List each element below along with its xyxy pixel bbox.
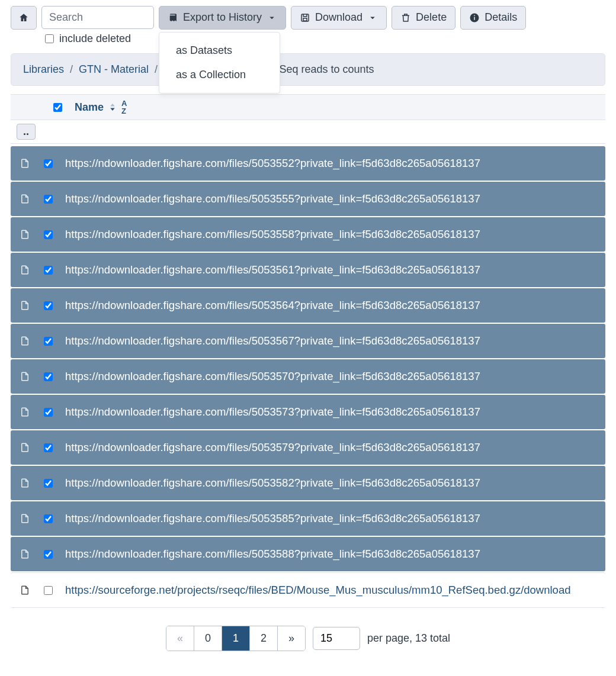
- row-link[interactable]: https://ndownloader.figshare.com/files/5…: [65, 441, 597, 454]
- export-as-datasets[interactable]: as Datasets: [159, 38, 280, 63]
- download-button[interactable]: Download: [291, 6, 387, 30]
- row-checkbox[interactable]: [44, 408, 53, 417]
- file-icon: [19, 407, 31, 417]
- page-group: «012»: [166, 626, 306, 651]
- include-deleted-checkbox[interactable]: [45, 34, 54, 43]
- breadcrumb-separator: /: [155, 63, 158, 76]
- page-prev-button[interactable]: «: [166, 626, 194, 651]
- file-icon: [19, 585, 31, 595]
- table-row[interactable]: https://ndownloader.figshare.com/files/5…: [11, 537, 605, 571]
- row-link[interactable]: https://ndownloader.figshare.com/files/5…: [65, 548, 597, 561]
- page-number-button[interactable]: 0: [194, 626, 222, 651]
- file-icon: [19, 229, 31, 240]
- breadcrumb-link[interactable]: Libraries: [23, 63, 64, 76]
- table-header: Name AZ: [11, 94, 605, 120]
- per-page-input[interactable]: [313, 627, 360, 650]
- file-icon: [19, 336, 31, 346]
- table-row[interactable]: https://ndownloader.figshare.com/files/5…: [11, 466, 605, 500]
- row-checkbox[interactable]: [44, 514, 53, 523]
- row-checkbox[interactable]: [44, 266, 53, 275]
- table-row[interactable]: https://ndownloader.figshare.com/files/5…: [11, 395, 605, 429]
- info-icon: [469, 12, 480, 23]
- file-icon: [19, 265, 31, 275]
- file-icon: [19, 300, 31, 311]
- caret-down-icon: [267, 12, 277, 23]
- parent-folder-button[interactable]: ..: [17, 124, 36, 140]
- export-as-collection[interactable]: as a Collection: [159, 63, 280, 87]
- row-link[interactable]: https://ndownloader.figshare.com/files/5…: [65, 157, 597, 170]
- include-deleted-text: include deleted: [59, 33, 131, 45]
- table-row[interactable]: https://sourceforge.net/projects/rseqc/f…: [11, 572, 605, 608]
- delete-button[interactable]: Delete: [392, 6, 455, 30]
- file-table: Name AZ .. https://ndownloader.figshare.…: [11, 94, 605, 609]
- file-icon: [19, 442, 31, 453]
- breadcrumb: Libraries/GTN - Material/Transcriptomics…: [11, 53, 605, 86]
- row-checkbox[interactable]: [44, 479, 53, 488]
- row-link[interactable]: https://ndownloader.figshare.com/files/5…: [65, 405, 597, 419]
- row-checkbox[interactable]: [44, 301, 53, 310]
- name-column-header[interactable]: Name AZ: [75, 99, 126, 115]
- breadcrumb-link[interactable]: GTN - Material: [79, 63, 149, 76]
- caret-down-icon: [367, 12, 378, 23]
- row-checkbox[interactable]: [44, 550, 53, 559]
- row-checkbox[interactable]: [44, 443, 53, 452]
- table-body: https://ndownloader.figshare.com/files/5…: [11, 146, 605, 609]
- book-icon: [168, 12, 178, 23]
- page-number-button[interactable]: 2: [250, 626, 278, 651]
- svg-rect-3: [474, 17, 475, 20]
- delete-label: Delete: [416, 11, 447, 24]
- table-row[interactable]: https://ndownloader.figshare.com/files/5…: [11, 501, 605, 536]
- file-icon: [19, 158, 31, 169]
- table-row[interactable]: https://ndownloader.figshare.com/files/5…: [11, 217, 605, 252]
- row-link[interactable]: https://ndownloader.figshare.com/files/5…: [65, 370, 597, 383]
- svg-rect-1: [303, 18, 307, 21]
- row-link[interactable]: https://ndownloader.figshare.com/files/5…: [65, 192, 597, 205]
- row-link[interactable]: https://ndownloader.figshare.com/files/5…: [65, 299, 597, 312]
- row-checkbox[interactable]: [44, 195, 53, 204]
- file-icon: [19, 478, 31, 488]
- trash-icon: [400, 12, 411, 23]
- file-icon: [19, 194, 31, 204]
- table-row[interactable]: https://ndownloader.figshare.com/files/5…: [11, 430, 605, 465]
- row-checkbox[interactable]: [44, 159, 53, 168]
- row-link[interactable]: https://ndownloader.figshare.com/files/5…: [65, 512, 597, 525]
- row-link[interactable]: https://ndownloader.figshare.com/files/5…: [65, 263, 597, 276]
- row-checkbox[interactable]: [44, 586, 53, 595]
- download-label: Download: [315, 11, 362, 24]
- export-to-history-button[interactable]: Export to History: [159, 6, 286, 30]
- search-input[interactable]: [41, 6, 154, 29]
- table-row[interactable]: https://ndownloader.figshare.com/files/5…: [11, 359, 605, 394]
- home-icon: [18, 12, 29, 23]
- home-button[interactable]: [11, 6, 37, 30]
- table-row[interactable]: https://ndownloader.figshare.com/files/5…: [11, 324, 605, 358]
- page-number-button[interactable]: 1: [222, 626, 250, 651]
- save-icon: [300, 12, 310, 23]
- table-row[interactable]: https://ndownloader.figshare.com/files/5…: [11, 288, 605, 323]
- sort-az-icon: AZ: [121, 99, 126, 115]
- pagination-summary: per page, 13 total: [367, 632, 450, 645]
- svg-rect-4: [474, 15, 475, 16]
- table-row[interactable]: https://ndownloader.figshare.com/files/5…: [11, 253, 605, 287]
- row-link[interactable]: https://ndownloader.figshare.com/files/5…: [65, 477, 597, 490]
- include-deleted-label[interactable]: include deleted: [41, 33, 154, 45]
- up-row: ..: [11, 120, 605, 144]
- export-dropdown-wrap: Export to History as Datasets as a Colle…: [159, 6, 286, 30]
- pagination: «012» per page, 13 total: [11, 626, 605, 651]
- row-link[interactable]: https://ndownloader.figshare.com/files/5…: [65, 334, 597, 347]
- row-link[interactable]: https://ndownloader.figshare.com/files/5…: [65, 228, 597, 241]
- select-all-checkbox[interactable]: [53, 103, 62, 112]
- row-link[interactable]: https://sourceforge.net/projects/rseqc/f…: [65, 584, 597, 597]
- row-checkbox[interactable]: [44, 337, 53, 346]
- file-icon: [19, 549, 31, 559]
- table-row[interactable]: https://ndownloader.figshare.com/files/5…: [11, 146, 605, 181]
- table-row[interactable]: https://ndownloader.figshare.com/files/5…: [11, 182, 605, 216]
- export-label: Export to History: [183, 11, 262, 24]
- row-checkbox[interactable]: [44, 230, 53, 239]
- details-button[interactable]: Details: [460, 6, 526, 30]
- sort-down-icon: [107, 102, 118, 112]
- file-icon: [19, 513, 31, 524]
- page-next-button[interactable]: »: [278, 626, 305, 651]
- export-dropdown-menu: as Datasets as a Collection: [159, 32, 280, 94]
- search-wrap: include deleted: [41, 6, 154, 45]
- row-checkbox[interactable]: [44, 372, 53, 381]
